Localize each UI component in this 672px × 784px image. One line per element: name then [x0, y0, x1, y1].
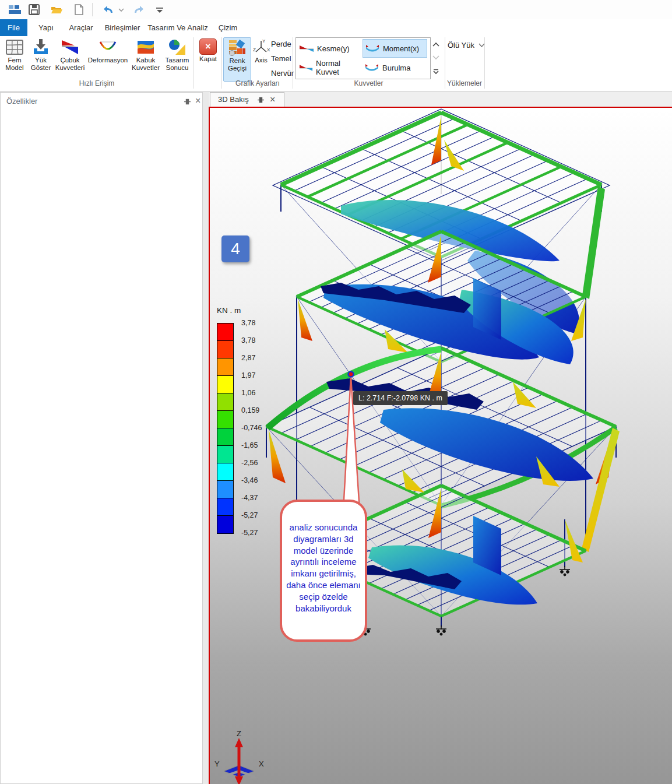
axis-icon: Y Z X — [252, 38, 270, 56]
legend-label: -5,27 — [241, 511, 258, 519]
tab-3d-bakis[interactable]: 3D Bakış × — [210, 92, 284, 107]
yuk-goster-icon — [31, 38, 50, 56]
ribbon-tab-file[interactable]: File — [0, 19, 27, 36]
gallery-item-burulma[interactable]: Burulma — [363, 58, 427, 77]
ribbon-separator — [484, 37, 485, 89]
fem-model-button[interactable]: Fem Model — [1, 37, 28, 80]
ribbon-tab-tasarim-ve-analiz[interactable]: Tasarım Ve Analiz — [146, 19, 210, 36]
cubuk-kuvvetleri-label: Çubuk Kuvvetleri — [55, 57, 85, 71]
group-label-yuklemeler: Yüklemeler — [445, 79, 484, 87]
undo-icon[interactable] — [103, 3, 115, 16]
burulma-icon — [364, 63, 379, 72]
legend-label: -4,37 — [241, 494, 258, 502]
close-x-icon: × — [199, 38, 217, 55]
moment-icon — [365, 44, 380, 53]
legend-swatch — [217, 463, 234, 481]
legend-swatch — [217, 515, 234, 534]
legend-swatch — [217, 375, 234, 394]
temel-button[interactable]: Temel — [271, 54, 294, 63]
annotation-bubble: analiz sonucunda diyagramları 3d model ü… — [280, 500, 367, 642]
panel-splitter[interactable] — [203, 92, 209, 784]
app-logo-icon[interactable] — [8, 3, 22, 16]
result-legend: KN . m 3,783,782,871,971,060,159-0,746-1… — [217, 306, 284, 321]
chevron-up-icon — [432, 42, 439, 47]
kabuk-kuvvetler-button[interactable]: Kabuk Kuvvetler — [129, 37, 162, 80]
renk-gecisi-button[interactable]: Renk Geçişi — [223, 37, 251, 82]
ribbon-separator — [193, 37, 194, 89]
tasarim-sonucu-button[interactable]: Tasarım Sonucu — [162, 37, 192, 80]
kesme-icon — [299, 44, 314, 53]
new-file-icon[interactable] — [72, 3, 85, 16]
axis-x-label: X — [259, 760, 264, 768]
tab-3d-bakis-label: 3D Bakış — [218, 95, 249, 104]
moment-label: Moment(x) — [383, 44, 419, 53]
perde-button[interactable]: Perde — [271, 40, 294, 48]
ribbon-tab-cizim[interactable]: Çizim — [213, 19, 242, 36]
model-3d[interactable]: Z Y X — [210, 108, 672, 784]
gallery-item-kesme-y[interactable]: Kesme(y) — [297, 39, 362, 58]
legend-labels: 3,783,782,871,971,060,159-0,746-1,65-2,5… — [241, 323, 279, 556]
quick-access-menu-icon[interactable] — [155, 3, 164, 16]
ribbon-tab-row: File Yapı Araçlar Birleşimler Tasarım Ve… — [0, 19, 672, 36]
nervur-button[interactable]: Nervür — [271, 69, 294, 78]
kesme-label: Kesme(y) — [317, 44, 350, 53]
save-icon[interactable] — [28, 3, 41, 16]
tasarim-sonucu-icon — [168, 38, 187, 56]
gallery-scroll-up-button[interactable] — [430, 37, 442, 51]
ribbon-tab-araclar[interactable]: Araçlar — [63, 19, 99, 36]
cubuk-kuvvetleri-button[interactable]: Çubuk Kuvvetleri — [54, 37, 86, 80]
pin-icon[interactable] — [257, 96, 265, 104]
probe-tooltip: L: 2.714 F:-2.0798 KN . m — [353, 391, 448, 405]
olu-yuk-dropdown[interactable]: Ölü Yük — [448, 41, 485, 50]
deformasyon-label: Deformasyon — [88, 57, 128, 64]
close-icon[interactable]: × — [195, 96, 200, 106]
gallery-more-button[interactable] — [430, 65, 442, 78]
legend-label: 3,78 — [241, 319, 255, 327]
kapat-label: Kapat — [199, 55, 217, 62]
gallery-scroll-down-button[interactable] — [430, 51, 442, 64]
ribbon: Fem Model Yük Göster Çubuk Kuvvetleri De… — [0, 36, 672, 92]
deformasyon-button[interactable]: Deformasyon — [86, 37, 129, 80]
open-folder-icon[interactable] — [50, 3, 63, 16]
ribbon-separator — [221, 37, 222, 89]
kabuk-kuvvetler-label: Kabuk Kuvvetler — [132, 57, 160, 71]
fem-model-label: Fem Model — [5, 57, 23, 71]
axis-label: Axis — [255, 57, 268, 64]
toolbar-separator — [92, 3, 93, 16]
ribbon-tab-birlesimler[interactable]: Birleşimler — [100, 19, 145, 36]
olu-yuk-label: Ölü Yük — [448, 41, 474, 50]
3d-viewport[interactable]: Z Y X KN . m 3,783,782,871,971,060,159-0… — [209, 107, 672, 784]
annotation-text: analiz sonucunda diyagramları 3d model ü… — [284, 522, 363, 614]
legend-label: 1,06 — [241, 389, 255, 397]
yuk-goster-button[interactable]: Yük Göster — [28, 37, 54, 80]
kapat-button[interactable]: × Kapat — [196, 37, 220, 80]
renk-gecisi-label: Renk Geçişi — [228, 57, 247, 72]
svg-text:X: X — [267, 47, 270, 52]
svg-text:Y: Y — [262, 38, 266, 44]
close-icon[interactable]: × — [270, 93, 275, 106]
axis-y-label: Y — [214, 760, 220, 768]
tasarim-sonucu-label: Tasarım Sonucu — [166, 57, 189, 71]
legend-label: 3,78 — [241, 336, 255, 344]
legend-label: 2,87 — [241, 354, 255, 362]
gallery-more-icon — [432, 69, 439, 75]
yuk-goster-label: Yük Göster — [31, 57, 51, 71]
legend-swatch — [217, 428, 234, 447]
gallery-item-normal-kuvvet[interactable]: Normal Kuvvet — [297, 58, 362, 77]
legend-swatch — [217, 480, 234, 499]
redo-icon[interactable] — [132, 3, 145, 16]
gallery-item-moment-x[interactable]: Moment(x) — [363, 39, 427, 58]
fem-model-icon — [5, 38, 24, 56]
group-label-hizli-erisim: Hızlı Erişim — [0, 79, 193, 87]
legend-label: -0,746 — [241, 424, 262, 432]
cubuk-kuvvetleri-icon — [61, 38, 79, 56]
legend-label: 1,97 — [241, 371, 255, 379]
undo-menu-chevron-icon[interactable] — [118, 3, 125, 16]
legend-swatch — [217, 358, 234, 377]
kuvvetler-gallery: Kesme(y) Moment(x) Normal Kuvvet — [295, 37, 431, 79]
axis-button[interactable]: Y Z X Axis — [250, 37, 272, 80]
legend-swatch — [217, 323, 234, 342]
pin-icon[interactable] — [184, 98, 191, 106]
ribbon-tab-yapi[interactable]: Yapı — [31, 19, 61, 36]
legend-blocks — [217, 323, 235, 534]
